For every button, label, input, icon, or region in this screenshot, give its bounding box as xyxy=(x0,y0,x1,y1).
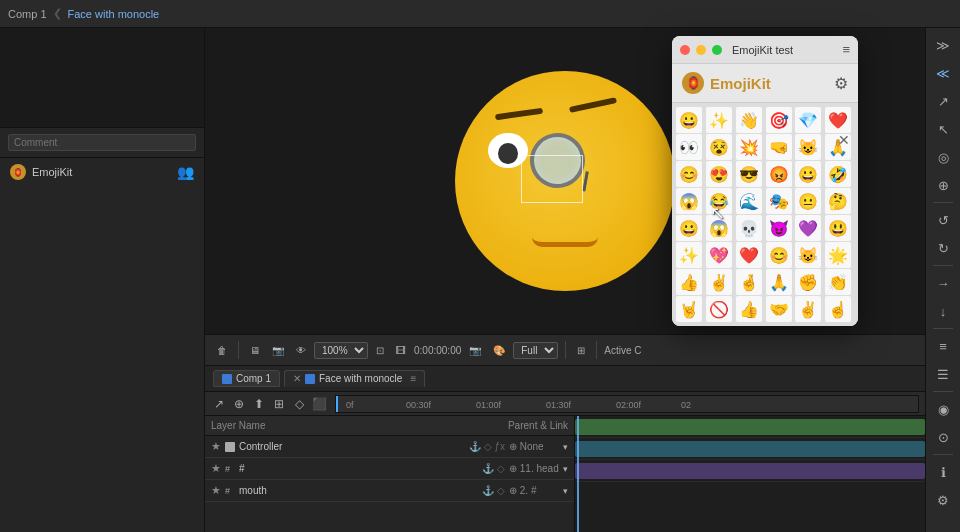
zoom-select[interactable]: 100% xyxy=(314,342,368,359)
rs-icon-14[interactable]: ⊙ xyxy=(930,424,956,450)
ek-emoji-0[interactable]: 😀 xyxy=(676,107,702,133)
ek-gear-icon[interactable]: ⚙ xyxy=(834,74,848,93)
layer-row-controller[interactable]: ★ Controller ⚓ ◇ ƒx ⊕ None ▾ xyxy=(205,436,574,458)
ek-close-traffic[interactable] xyxy=(680,45,690,55)
ek-emoji-26[interactable]: 💀 xyxy=(736,215,762,241)
render-button[interactable]: 🖥 xyxy=(246,343,264,358)
ek-emoji-35[interactable]: 🌟 xyxy=(825,242,851,268)
ek-emoji-13[interactable]: 😍 xyxy=(706,161,732,187)
ek-emoji-46[interactable]: ✌️ xyxy=(795,296,821,322)
region-button[interactable]: ⊞ xyxy=(573,343,589,358)
ek-emoji-39[interactable]: 🙏 xyxy=(766,269,792,295)
ek-emoji-34[interactable]: 😺 xyxy=(795,242,821,268)
ek-emoji-14[interactable]: 😎 xyxy=(736,161,762,187)
ek-emoji-18[interactable]: 😱 xyxy=(676,188,702,214)
rs-icon-12[interactable]: ☰ xyxy=(930,361,956,387)
ek-emoji-10[interactable]: 😺 xyxy=(795,134,821,160)
rs-icon-15[interactable]: ℹ xyxy=(930,459,956,485)
comment-input[interactable] xyxy=(8,134,196,151)
rs-icon-1[interactable]: ≫ xyxy=(930,32,956,58)
trash-button[interactable]: 🗑 xyxy=(213,343,231,358)
ek-emoji-33[interactable]: 😊 xyxy=(766,242,792,268)
ek-emoji-47[interactable]: ☝️ xyxy=(825,296,851,322)
tl-link-icon[interactable]: ⬛ xyxy=(311,396,327,412)
quality-select[interactable]: Full xyxy=(513,342,558,359)
ek-emoji-40[interactable]: ✊ xyxy=(795,269,821,295)
view-button[interactable]: 👁 xyxy=(292,343,310,358)
ek-emoji-27[interactable]: 😈 xyxy=(766,215,792,241)
ek-emoji-30[interactable]: ✨ xyxy=(676,242,702,268)
ek-emoji-28[interactable]: 💜 xyxy=(795,215,821,241)
ek-emoji-12[interactable]: 😊 xyxy=(676,161,702,187)
layer-row-mouth[interactable]: ★ # mouth ⚓ ◇ ⊕ 2. # ▾ xyxy=(205,480,574,502)
ek-emoji-42[interactable]: 🤘 xyxy=(676,296,702,322)
layer-dropdown3[interactable]: ▾ xyxy=(563,486,568,496)
layer-dropdown2[interactable]: ▾ xyxy=(563,464,568,474)
sidebar-emojikit-item[interactable]: 🏮 EmojiKit 👥 xyxy=(0,158,204,186)
rs-icon-6[interactable]: ⊕ xyxy=(930,172,956,198)
rs-icon-7[interactable]: ↺ xyxy=(930,207,956,233)
ek-emoji-3[interactable]: 🎯 xyxy=(766,107,792,133)
rs-icon-11[interactable]: ≡ xyxy=(930,333,956,359)
zoom-fit-button[interactable]: ⊡ xyxy=(372,343,388,358)
ek-emoji-32[interactable]: ❤️ xyxy=(736,242,762,268)
ek-emoji-25[interactable]: 😱 xyxy=(706,215,732,241)
display-options[interactable]: 🎞 xyxy=(392,343,410,358)
ek-emoji-7[interactable]: 😵 xyxy=(706,134,732,160)
tl-copy-icon[interactable]: ⊞ xyxy=(271,396,287,412)
ek-emoji-15[interactable]: 😡 xyxy=(766,161,792,187)
ek-emoji-23[interactable]: 🤔 xyxy=(825,188,851,214)
ek-emoji-22[interactable]: 😐 xyxy=(795,188,821,214)
ek-menu-icon[interactable]: ≡ xyxy=(842,42,850,57)
ek-emoji-41[interactable]: 👏 xyxy=(825,269,851,295)
layer-star2[interactable]: ★ xyxy=(211,462,221,475)
rs-icon-2[interactable]: ≪ xyxy=(930,60,956,86)
ek-emoji-43[interactable]: 🚫 xyxy=(706,296,732,322)
camera-button[interactable]: 📷 xyxy=(268,343,288,358)
ek-emoji-5[interactable]: ❤️ xyxy=(825,107,851,133)
ek-emoji-4[interactable]: 💎 xyxy=(795,107,821,133)
add-user-icon[interactable]: 👥 xyxy=(177,164,194,180)
tl-paste-icon[interactable]: ◇ xyxy=(291,396,307,412)
timeline-playhead[interactable] xyxy=(336,396,338,412)
rs-icon-16[interactable]: ⚙ xyxy=(930,487,956,513)
ek-emoji-16[interactable]: 😀 xyxy=(795,161,821,187)
ek-emoji-37[interactable]: ✌️ xyxy=(706,269,732,295)
camera-icon[interactable]: 📷 xyxy=(465,343,485,358)
ek-emoji-6[interactable]: 👀 xyxy=(676,134,702,160)
ek-emoji-19[interactable]: 😂 xyxy=(706,188,732,214)
rs-icon-3[interactable]: ↗ xyxy=(930,88,956,114)
color-picker[interactable]: 🎨 xyxy=(489,343,509,358)
rs-icon-8[interactable]: ↻ xyxy=(930,235,956,261)
ek-emoji-44[interactable]: 👍 xyxy=(736,296,762,322)
ek-emoji-45[interactable]: 🤝 xyxy=(766,296,792,322)
ek-emoji-20[interactable]: 🌊 xyxy=(736,188,762,214)
ek-emoji-21[interactable]: 🎭 xyxy=(766,188,792,214)
ek-emoji-17[interactable]: 🤣 xyxy=(825,161,851,187)
ek-emoji-38[interactable]: 🤞 xyxy=(736,269,762,295)
tab-face-monocle[interactable]: ✕ Face with monocle ≡ xyxy=(284,370,425,387)
ek-minimize-traffic[interactable] xyxy=(696,45,706,55)
ek-emoji-2[interactable]: 👋 xyxy=(736,107,762,133)
ek-panel-close[interactable]: ✕ xyxy=(838,133,850,147)
ek-emoji-24[interactable]: 😀 xyxy=(676,215,702,241)
ek-emoji-36[interactable]: 👍 xyxy=(676,269,702,295)
tl-add-icon[interactable]: ↗ xyxy=(211,396,227,412)
tab-close-icon[interactable]: ✕ xyxy=(293,373,301,384)
rs-icon-13[interactable]: ◉ xyxy=(930,396,956,422)
layer-row-hash[interactable]: ★ # # ⚓ ◇ ⊕ 11. head ▾ xyxy=(205,458,574,480)
ek-emoji-9[interactable]: 🤜 xyxy=(766,134,792,160)
ek-emoji-31[interactable]: 💖 xyxy=(706,242,732,268)
tl-parent-icon[interactable]: ⬆ xyxy=(251,396,267,412)
rs-icon-10[interactable]: ↓ xyxy=(930,298,956,324)
tl-solo-icon[interactable]: ⊕ xyxy=(231,396,247,412)
tab-menu-icon[interactable]: ≡ xyxy=(410,373,416,384)
rs-icon-9[interactable]: → xyxy=(930,270,956,296)
ek-emoji-8[interactable]: 💥 xyxy=(736,134,762,160)
rs-icon-5[interactable]: ◎ xyxy=(930,144,956,170)
ek-maximize-traffic[interactable] xyxy=(712,45,722,55)
ek-emoji-1[interactable]: ✨ xyxy=(706,107,732,133)
layer-star3[interactable]: ★ xyxy=(211,484,221,497)
rs-icon-4[interactable]: ↗ xyxy=(930,116,956,142)
comp-link[interactable]: Face with monocle xyxy=(68,8,160,20)
